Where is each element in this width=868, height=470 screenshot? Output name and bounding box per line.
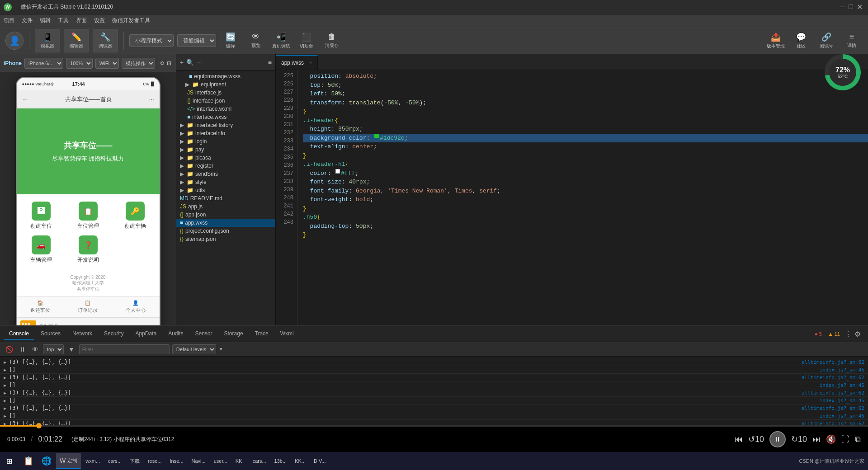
pip-btn[interactable]: ⧉ [855,435,861,444]
file-item-readme[interactable]: MD README.md [176,194,275,202]
test-account-btn[interactable]: 🔗 测试号 [816,29,837,52]
footer-orders[interactable]: 📋订单记录 [78,300,98,314]
taskbar-item-cars2[interactable]: cars... [249,453,270,469]
file-folder-equipment[interactable]: ▶ 📁 equipment [176,80,275,89]
editor-btn[interactable]: ✏️ 编辑器 [64,29,89,52]
taskbar-item-navi[interactable]: Navi... [188,453,209,469]
console-line[interactable]: ▶ (3) [{…}, {…}, {…}] alltimeinfo.js?_sm… [0,358,868,366]
clear-btn[interactable]: 🗑 清缓存 [321,29,343,52]
taskbar-item-download[interactable]: 下载 [126,453,143,469]
console-line[interactable]: ▶ (3) [{…}, {…}, {…}] alltimeinfo.js?_sm… [0,404,868,412]
start-button[interactable]: ⊞ [0,452,18,470]
community-btn[interactable]: 💬 社区 [790,29,812,52]
file-item-interface-json[interactable]: {} interface.json [176,97,275,105]
simulator-btn[interactable]: 📱 模拟器 [35,29,60,52]
devtool-tab-console[interactable]: Console [4,328,34,340]
debugger-btn[interactable]: 🔧 调试器 [93,29,118,52]
menu-settings[interactable]: 设置 [94,17,105,24]
reset-icon[interactable]: ⊡ [167,60,171,66]
device-select[interactable]: iPhone 6/... [24,58,63,69]
taskbar-item-inse[interactable]: Inse... [166,453,187,469]
scale-select[interactable]: 100% [66,58,93,69]
file-item-appjs[interactable]: JS app.js [176,202,275,211]
file-folder-sendSms[interactable]: ▶ 📁 sendSms [176,170,275,178]
taskbar-item-kk[interactable]: KK [232,453,248,469]
context-select[interactable]: top [43,344,64,354]
file-folder-style[interactable]: ▶ 📁 style [176,178,275,186]
log-levels-select[interactable]: Default levels [172,344,216,354]
console-line[interactable]: ▶ [] index.js?_sm:45 [0,381,868,389]
devtool-tab-network[interactable]: Network [67,328,98,340]
file-folder-picasa[interactable]: ▶ 📁 picasa [176,154,275,162]
taskbar-item-wxm[interactable]: wxm... [82,453,104,469]
video-progress-bar[interactable] [0,425,868,427]
rewind-btn[interactable]: ↺10 [748,434,764,444]
mode-select[interactable]: 小程序模式 [129,34,174,47]
menu-dev-notes[interactable]: ❓ 开发说明 [67,235,109,264]
console-line[interactable]: ▶ (3) [{…}, {…}, {…}] alltimeinfo.js?_sm… [0,374,868,381]
file-item-equipmanage[interactable]: ■ equipmanage.wxss [176,72,275,80]
devtools-more-icon[interactable]: ⋮ [844,330,852,338]
file-item-interface-wxss[interactable]: ■ interface.wxss [176,113,275,121]
close-btn[interactable]: ✕ [857,3,863,11]
file-item-appwxss[interactable]: ■ app.wxss [176,219,275,227]
background-btn[interactable]: ⬛ 切后台 [296,29,317,52]
maximize-btn[interactable]: □ [849,3,853,11]
taskbar-item-wechat[interactable]: W 定制 [56,453,81,469]
devtools-settings-icon[interactable]: ⚙ [854,330,861,338]
eye-btn[interactable]: 👁 [30,345,40,354]
taskbar-item-kk2[interactable]: KK... [291,453,309,469]
file-item-interface-js[interactable]: JS interface.js [176,89,275,97]
compile-btn[interactable]: 🔄 编译 [220,29,241,52]
file-folder-interfaceHistory[interactable]: ▶ 📁 interfaceHistory [176,121,275,129]
editor-tab-appwxss[interactable]: app.wxss × [276,55,318,70]
taskbar-item-reso[interactable]: reso... [144,453,165,469]
file-folder-utils[interactable]: ▶ 📁 utils [176,186,275,194]
compile-select[interactable]: 普通编辑 [177,34,216,47]
file-item-sitemap[interactable]: {} sitemap.json [176,235,275,243]
console-line[interactable]: ▶ [] index.js?_sm:45 [0,366,868,374]
taskbar-item-1[interactable]: 📋 [20,453,37,469]
forward-btn[interactable]: ↻10 [791,434,807,444]
console-filter-input[interactable] [79,344,170,354]
menu-car-mgmt[interactable]: 🚗 车辆管理 [20,235,62,264]
minimize-btn[interactable]: ─ [840,3,845,11]
file-item-appjson[interactable]: {} app.json [176,211,275,219]
rotate-icon[interactable]: ⟲ [160,60,164,66]
devtool-tab-storage[interactable]: Storage [219,328,249,340]
taskbar-item-user[interactable]: user... [210,453,231,469]
devtool-tab-security[interactable]: Security [99,328,129,340]
devtool-tab-sensor[interactable]: Sensor [190,328,218,340]
taskbar-item-13b[interactable]: 13b... [271,453,291,469]
file-item-projectconfig[interactable]: {} project.config.json [176,227,275,235]
file-folder-login[interactable]: ▶ 📁 login [176,137,275,146]
taskbar-item-ie[interactable]: 🌐 [38,453,55,469]
devtool-tab-trace[interactable]: Trace [250,328,274,340]
search-file-icon[interactable]: 🔍 [186,59,194,66]
menu-edit[interactable]: 编辑 [40,17,51,24]
menu-create-car[interactable]: 🔑 创建车辆 [114,202,156,230]
file-item-interface-wxml[interactable]: </> interface.wxml [176,105,275,113]
console-line[interactable]: ▶ (3) [{…}, {…}, {…}] alltimeinfo.js?_sm… [0,389,868,397]
menu-wechat-tools[interactable]: 微信开发者工具 [112,17,150,24]
footer-profile[interactable]: 👤个人中心 [126,300,146,314]
taskbar-item-d[interactable]: D:V... [310,453,330,469]
devtool-tab-audits[interactable]: Audits [163,328,189,340]
collapse-icon[interactable]: ≡ [268,59,272,66]
devtool-tab-appdata[interactable]: AppData [130,328,162,340]
menu-tools[interactable]: 工具 [58,17,69,24]
footer-return[interactable]: 🏠返还车位 [30,300,50,314]
clear-console-btn[interactable]: 🚫 [4,345,15,354]
action-select[interactable]: 模拟操作 [122,58,155,69]
details-btn[interactable]: ≡ 详情 [841,29,863,52]
add-file-icon[interactable]: + [180,59,184,66]
console-line[interactable]: ▶ [] index.js?_sm:45 [0,397,868,404]
fullscreen-btn[interactable]: ⛶ [841,435,849,444]
devtool-tab-sources[interactable]: Sources [35,328,66,340]
menu-project[interactable]: 项目 [4,17,14,24]
menu-space-mgmt[interactable]: 📋 车位管理 [67,202,109,230]
more-options-icon[interactable]: ··· [197,59,202,66]
next-btn[interactable]: ⏭ [812,435,821,444]
menu-create-space[interactable]: 🅿 创建车位 [20,202,62,230]
pause-btn[interactable]: ⏸ [769,431,786,447]
